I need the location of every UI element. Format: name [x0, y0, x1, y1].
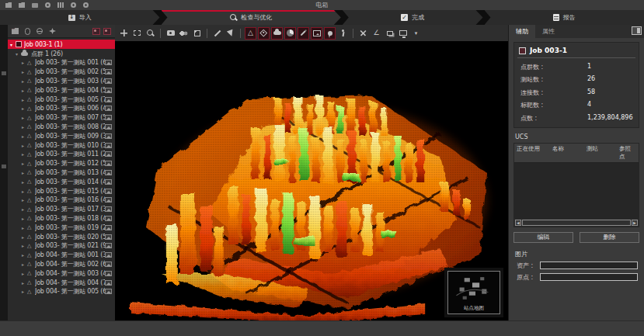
- photo-icon[interactable]: [105, 216, 112, 221]
- photo-icon[interactable]: [105, 133, 112, 139]
- point-cloud-canvas[interactable]: 站点地图: [115, 41, 508, 320]
- tree-station-row[interactable]: ▸△Job 003- 第一测站 011 (2): [8, 150, 115, 159]
- caret-icon[interactable]: ▸: [22, 78, 27, 84]
- pick-point-icon[interactable]: [225, 27, 236, 40]
- caret-icon[interactable]: ▸: [22, 106, 27, 111]
- caret-icon[interactable]: ▸: [22, 133, 27, 139]
- measure-icon[interactable]: [211, 27, 223, 40]
- scroll-right-icon[interactable]: ▶: [632, 220, 638, 226]
- pan-icon[interactable]: [118, 27, 130, 40]
- caret-icon[interactable]: ▸: [22, 151, 27, 157]
- tree-station-row[interactable]: ▸△Job 003- 第一测站 003 (4): [8, 77, 115, 86]
- toggle-pins-icon[interactable]: [324, 27, 336, 40]
- toggle-point-cloud-icon[interactable]: [271, 27, 283, 40]
- tree-station-row[interactable]: ▸△Job 003- 第一测站 017 (3): [8, 205, 115, 214]
- caret-icon[interactable]: ▸: [22, 115, 27, 120]
- caret-icon[interactable]: ▸: [22, 60, 27, 65]
- photo-icon[interactable]: [105, 179, 112, 185]
- caret-icon[interactable]: ▸: [22, 243, 27, 248]
- caret-icon[interactable]: ▸: [22, 206, 27, 212]
- origin-input[interactable]: [540, 273, 638, 281]
- caret-icon[interactable]: ▸: [22, 197, 27, 203]
- photo-icon[interactable]: [105, 69, 112, 74]
- toggle-labels-icon[interactable]: [258, 27, 270, 40]
- tree-station-row[interactable]: ▸△Job 004- 第一测站 004 (7): [8, 278, 115, 287]
- caret-icon[interactable]: ▸: [22, 170, 27, 175]
- caret-icon[interactable]: ▸: [22, 225, 27, 230]
- photo-icon[interactable]: [105, 78, 112, 84]
- workflow-step-import[interactable]: 导入: [0, 10, 160, 25]
- photo-icon[interactable]: [105, 252, 112, 258]
- toggle-spheres-view-icon[interactable]: [284, 27, 296, 40]
- caret-icon[interactable]: ▸: [22, 262, 27, 267]
- tree-pointcloud-group[interactable]: ▾ 点群 1 (26): [8, 49, 115, 58]
- window-select-icon[interactable]: [131, 27, 143, 40]
- photo-icon[interactable]: [105, 197, 112, 203]
- favorites-icon[interactable]: [49, 28, 56, 34]
- scroll-left-icon[interactable]: ◀: [515, 220, 521, 226]
- tab-auxiliary[interactable]: 辅助: [509, 25, 535, 38]
- photo-icon[interactable]: [105, 206, 112, 212]
- tree-station-row[interactable]: ▸△Job 003- 第一测站 016 (4): [8, 196, 115, 205]
- toggle-stations-icon[interactable]: △: [245, 27, 256, 40]
- display-icon[interactable]: [397, 27, 409, 40]
- caret-icon[interactable]: ▸: [22, 179, 27, 185]
- edit-button[interactable]: 编辑: [513, 232, 573, 243]
- photo-icon[interactable]: [105, 60, 112, 65]
- workflow-step-report[interactable]: 报告: [485, 10, 644, 25]
- minimap[interactable]: 站点地图: [447, 271, 500, 314]
- caret-icon[interactable]: ▸: [22, 88, 27, 93]
- photo-icon[interactable]: [105, 289, 112, 294]
- caret-icon[interactable]: ▸: [22, 216, 27, 221]
- photo-icon[interactable]: [105, 280, 112, 286]
- tree-station-row[interactable]: ▸△Job 004- 第一测站 001 (3): [8, 251, 115, 260]
- cube-icon[interactable]: [191, 27, 203, 40]
- photo-icon[interactable]: [105, 234, 112, 240]
- caret-icon[interactable]: ▾: [10, 42, 16, 47]
- tree-station-row[interactable]: ▸△Job 003- 第一测站 013 (4): [8, 168, 115, 178]
- polyline-icon[interactable]: ∠: [371, 27, 382, 40]
- image-b-icon[interactable]: [103, 28, 111, 35]
- tree-station-row[interactable]: ▸△Job 003- 第一测站 001 (6): [8, 58, 115, 68]
- photo-icon[interactable]: [105, 97, 112, 102]
- photo-icon[interactable]: [105, 161, 112, 166]
- tree-station-row[interactable]: ▸△Job 003- 第一测站 014 (4): [8, 177, 115, 186]
- caret-icon[interactable]: ▸: [22, 97, 27, 102]
- photo-icon[interactable]: [105, 106, 112, 111]
- caret-icon[interactable]: ▸: [22, 252, 27, 258]
- tree-station-row[interactable]: ▸△Job 003- 第一测站 012 (5): [8, 159, 115, 168]
- photo-icon[interactable]: [105, 88, 112, 93]
- tree-station-row[interactable]: ▸△Job 003- 第一测站 005 (7): [8, 95, 115, 104]
- tree-station-row[interactable]: ▸△Job 004- 第一测站 003 (4): [8, 268, 115, 278]
- tree-station-row[interactable]: ▸△Job 003- 第一测站 002 (5): [8, 68, 115, 77]
- caret-icon[interactable]: ▾: [16, 51, 21, 57]
- toggle-annotations-icon[interactable]: [298, 27, 309, 40]
- tree-station-row[interactable]: ▸△Job 003- 第一测站 018 (4): [8, 214, 115, 223]
- caret-icon[interactable]: ▸: [22, 69, 27, 74]
- tree-station-row[interactable]: ▸△Job 003- 第一测站 006 (4): [8, 104, 115, 113]
- delete-button[interactable]: 删除: [580, 232, 639, 243]
- spheres-icon[interactable]: [178, 27, 190, 40]
- workflow-step-inspect-optimize[interactable]: 检查与优化: [162, 10, 341, 25]
- toggle-images-icon[interactable]: [311, 27, 322, 40]
- tree-station-row[interactable]: ▸△Job 003- 第一测站 021 (9): [8, 241, 115, 251]
- tree-station-row[interactable]: ▸△Job 003- 第一测站 009 (3): [8, 131, 115, 140]
- tree-station-row[interactable]: ▸△Job 004- 第一测站 002 (6): [8, 260, 115, 269]
- photo-icon[interactable]: [105, 243, 112, 248]
- asset-input[interactable]: [540, 262, 638, 269]
- caret-icon[interactable]: ▸: [22, 161, 27, 166]
- links-icon[interactable]: [357, 27, 369, 40]
- photo-icon[interactable]: [105, 225, 112, 230]
- tab-properties[interactable]: 属性: [535, 25, 562, 38]
- tree-root-job[interactable]: ▾ Job 003-1 (1): [8, 40, 115, 49]
- tree-station-row[interactable]: ▸△Job 003- 第一测站 020 (5): [8, 232, 115, 241]
- tree-station-row[interactable]: ▸△Job 003- 第一测站 004 (5): [8, 85, 115, 95]
- attachment-icon[interactable]: [25, 28, 30, 35]
- caret-icon[interactable]: ▸: [22, 234, 27, 240]
- photo-icon[interactable]: [105, 271, 112, 276]
- tree-station-row[interactable]: ▸△Job 003- 第一测站 019 (2): [8, 223, 115, 232]
- ucs-table-body[interactable]: [514, 163, 639, 219]
- caret-icon[interactable]: ▸: [22, 124, 27, 130]
- web-icon[interactable]: [37, 28, 43, 34]
- workflow-step-finish[interactable]: 完成: [343, 10, 483, 25]
